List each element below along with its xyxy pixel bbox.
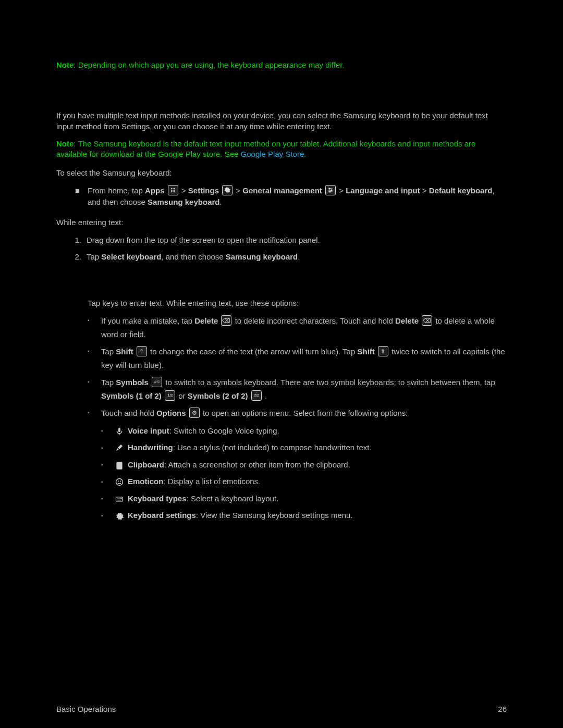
svg-point-8 <box>174 191 175 192</box>
while-entering-text-lead: While entering text: <box>56 217 507 228</box>
option-shift: ▪ Tap Shift ⇧ to change the case of the … <box>88 345 507 372</box>
note-label: Note <box>56 139 74 148</box>
emoticon-icon <box>115 476 126 488</box>
opt-voice-input: ▪ Voice input: Switch to Google Voice ty… <box>101 425 507 437</box>
footer-section-name: Basic Operations <box>56 705 116 713</box>
symbols-key-icon: !#☺ <box>152 377 162 387</box>
sub-bullet-mark: ▪ <box>88 345 101 355</box>
clipboard-icon <box>115 459 126 471</box>
content-area: Note: Depending on which app you are usi… <box>56 0 507 522</box>
page: Note: Depending on which app you are usi… <box>0 0 563 728</box>
sub-bullet-mark: ▪ <box>88 314 101 325</box>
microphone-icon <box>115 425 126 437</box>
svg-rect-23 <box>121 498 121 499</box>
symbols-2of2-icon: 2/2 <box>251 390 262 401</box>
opt-bullet-mark: ▪ <box>101 495 115 502</box>
bullet-mark <box>75 298 88 310</box>
svg-point-7 <box>173 191 174 192</box>
option-delete: ▪ If you make a mistake, tap Delete ⌫ to… <box>88 314 507 341</box>
svg-point-17 <box>120 481 121 482</box>
svg-rect-24 <box>117 500 121 500</box>
note-text-after: . <box>304 150 306 158</box>
tap-keys-lead-text: Tap keys to enter text. While entering t… <box>88 298 507 310</box>
svg-point-12 <box>329 188 330 189</box>
bullet-mark: ■ <box>75 185 88 197</box>
sub-bullet-mark: ▪ <box>88 406 101 417</box>
note-default-keyboard: Note: The Samsung keyboard is the defaul… <box>56 139 507 159</box>
opt-bullet-mark: ▪ <box>101 461 115 468</box>
svg-point-6 <box>171 191 172 192</box>
option-symbols: ▪ Tap Symbols !#☺ to switch to a symbols… <box>88 376 507 402</box>
svg-point-2 <box>174 188 175 189</box>
opt-bullet-mark: ▪ <box>101 427 115 435</box>
keyboard-types-icon <box>115 493 126 505</box>
svg-point-5 <box>174 190 175 191</box>
svg-rect-22 <box>120 498 120 499</box>
opt-emoticon: ▪ Emoticon: Display a list of emoticons. <box>101 476 507 488</box>
nav-instruction-text: From home, tap Apps > Settings > General… <box>88 185 507 208</box>
svg-point-1 <box>173 188 174 189</box>
shift-key-icon: ⇧ <box>378 346 388 356</box>
opt-handwriting: ▪ Handwriting: Use a stylus (not include… <box>101 442 507 454</box>
svg-point-0 <box>171 188 172 189</box>
handwriting-icon <box>115 442 126 454</box>
option-options-menu: ▪ Touch and hold Options ⚙ to open an op… <box>88 406 507 420</box>
svg-point-4 <box>173 190 174 191</box>
step-number: 2. <box>66 251 87 263</box>
note-label: Note <box>56 60 74 69</box>
settings-gear-icon <box>222 185 232 195</box>
opt-bullet-mark: ▪ <box>101 478 115 486</box>
shift-key-icon: ⇧ <box>137 346 147 356</box>
note-text: : Depending on which app you are using, … <box>74 60 344 69</box>
select-keyboard-lead: To select the Samsung keyboard: <box>56 167 507 179</box>
footer-page-number: 26 <box>498 705 507 713</box>
svg-point-3 <box>171 190 172 191</box>
note-appearance: Note: Depending on which app you are usi… <box>56 60 507 70</box>
page-footer: Basic Operations 26 <box>56 705 507 713</box>
svg-rect-18 <box>116 497 123 501</box>
step-number: 1. <box>66 235 87 246</box>
symbols-1of2-icon: 1/2 <box>165 390 175 401</box>
google-play-store-link[interactable]: Google Play Store <box>241 150 304 158</box>
step-1-text: Drag down from the top of the screen to … <box>87 235 507 246</box>
svg-rect-19 <box>117 498 117 499</box>
options-gear-icon: ⚙ <box>189 408 200 418</box>
svg-rect-21 <box>119 498 119 499</box>
delete-key-icon: ⌫ <box>221 315 231 326</box>
opt-bullet-mark: ▪ <box>101 512 115 520</box>
svg-point-15 <box>116 479 123 486</box>
sub-bullet-mark: ▪ <box>88 376 101 386</box>
opt-clipboard: ▪ Clipboard: Attach a screenshot or othe… <box>101 459 507 471</box>
svg-point-13 <box>331 190 332 191</box>
nav-instruction: ■ From home, tap Apps > Settings > Gener… <box>75 185 507 208</box>
opt-keyboard-types: ▪ Keyboard types: Select a keyboard layo… <box>101 493 507 505</box>
svg-point-16 <box>118 481 119 482</box>
step-1: 1. Drag down from the top of the screen … <box>66 235 507 246</box>
opt-bullet-mark: ▪ <box>101 444 115 452</box>
keyboard-settings-gear-icon <box>115 510 126 522</box>
opt-keyboard-settings: ▪ Keyboard settings: View the Samsung ke… <box>101 510 507 522</box>
svg-rect-20 <box>118 498 118 499</box>
tap-keys-lead: Tap keys to enter text. While entering t… <box>75 298 507 310</box>
step-2-text: Tap Select keyboard, and then choose Sam… <box>87 251 507 263</box>
intro-paragraph: If you have multiple text input methods … <box>56 110 507 133</box>
apps-icon <box>168 185 178 195</box>
svg-point-14 <box>329 191 331 192</box>
delete-key-icon: ⌫ <box>422 315 432 326</box>
step-2: 2. Tap Select keyboard, and then choose … <box>66 251 507 263</box>
general-management-icon <box>325 185 336 195</box>
